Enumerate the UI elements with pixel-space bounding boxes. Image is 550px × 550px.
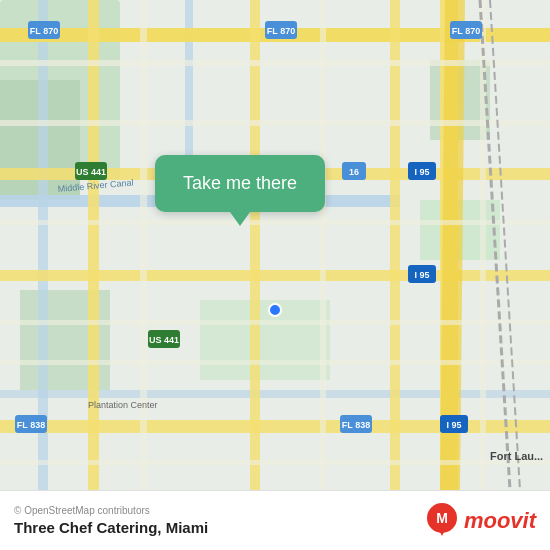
svg-rect-10	[0, 390, 550, 398]
moovit-brand-text: moovit	[464, 508, 536, 534]
svg-text:FL 838: FL 838	[17, 420, 45, 430]
svg-text:FL 870: FL 870	[30, 26, 58, 36]
svg-rect-21	[0, 60, 550, 66]
svg-rect-17	[250, 0, 260, 490]
map-svg: FL 870 FL 870 FL 870 US 441 US 441 I 95 …	[0, 0, 550, 490]
footer-info: © OpenStreetMap contributors Three Chef …	[14, 505, 208, 536]
svg-rect-18	[390, 0, 400, 490]
map-container: FL 870 FL 870 FL 870 US 441 US 441 I 95 …	[0, 0, 550, 490]
svg-text:I 95: I 95	[446, 420, 461, 430]
svg-rect-27	[140, 0, 147, 490]
svg-text:FL 870: FL 870	[452, 26, 480, 36]
tooltip-label: Take me there	[183, 173, 297, 194]
svg-point-57	[269, 304, 281, 316]
svg-rect-24	[0, 320, 550, 325]
svg-rect-28	[320, 0, 326, 490]
svg-text:I 95: I 95	[414, 167, 429, 177]
footer-bar: © OpenStreetMap contributors Three Chef …	[0, 490, 550, 550]
place-title: Three Chef Catering, Miami	[14, 519, 208, 536]
svg-text:US 441: US 441	[76, 167, 106, 177]
svg-rect-22	[0, 120, 550, 126]
svg-text:Plantation Center: Plantation Center	[88, 400, 158, 410]
svg-rect-25	[0, 360, 550, 365]
moovit-pin-icon: M	[426, 502, 458, 540]
svg-text:US 441: US 441	[149, 335, 179, 345]
svg-rect-3	[200, 300, 330, 380]
take-me-there-button[interactable]: Take me there	[155, 155, 325, 212]
svg-rect-26	[0, 460, 550, 465]
svg-text:16: 16	[349, 167, 359, 177]
svg-text:M: M	[436, 510, 448, 526]
svg-rect-14	[0, 270, 550, 281]
svg-rect-23	[0, 220, 550, 225]
svg-text:I 95: I 95	[414, 270, 429, 280]
svg-rect-16	[88, 0, 99, 490]
svg-text:FL 838: FL 838	[342, 420, 370, 430]
moovit-logo[interactable]: M moovit	[426, 502, 536, 540]
svg-text:FL 870: FL 870	[267, 26, 295, 36]
svg-text:Fort Lau...: Fort Lau...	[490, 450, 543, 462]
copyright-text: © OpenStreetMap contributors	[14, 505, 208, 516]
